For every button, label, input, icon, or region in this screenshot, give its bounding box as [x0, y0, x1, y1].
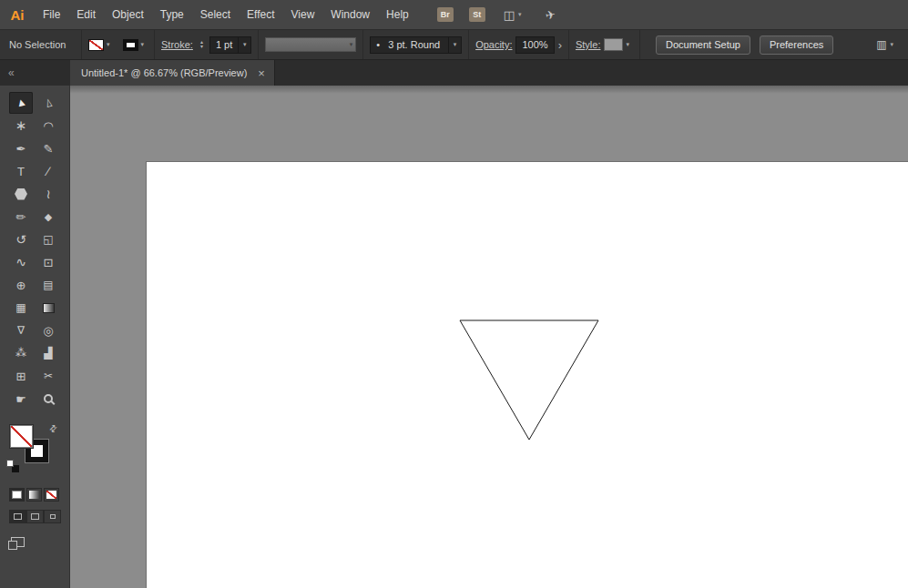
fill-swatch[interactable] [10, 425, 33, 448]
variable-width-profile-select[interactable]: ▾ [265, 37, 356, 52]
artwork-layer [147, 162, 908, 588]
app-logo: Ai [0, 0, 35, 30]
stroke-weight-stepper[interactable]: ▴ ▾ [197, 40, 207, 49]
triangle-shape[interactable] [460, 320, 598, 440]
bridge-badge-icon[interactable]: Br [437, 7, 454, 22]
chevron-down-icon: ▾ [448, 37, 461, 53]
line-segment-icon: ∕ [47, 164, 49, 178]
menu-window[interactable]: Window [322, 0, 378, 30]
shape-builder-icon: ⊕ [16, 279, 26, 292]
scale-tool[interactable]: ◱ [36, 228, 60, 250]
slice-tool[interactable]: ✂ [36, 365, 60, 387]
draw-behind-button[interactable] [26, 510, 44, 523]
menu-file[interactable]: File [35, 0, 68, 30]
magic-wand-icon: ∗ [15, 117, 27, 134]
menu-object[interactable]: Object [104, 0, 152, 30]
chevron-down-icon: ▾ [350, 41, 353, 48]
stroke-black-swatch-icon [123, 39, 138, 51]
polygon-icon [15, 188, 27, 200]
symbol-sprayer-tool[interactable]: ⁂ [9, 342, 33, 364]
magic-wand-tool[interactable]: ∗ [9, 115, 33, 137]
menu-type[interactable]: Type [152, 0, 192, 30]
slice-icon: ✂ [44, 370, 53, 382]
eyedropper-tool[interactable]: ∇ [9, 319, 33, 341]
free-transform-tool[interactable]: ⊡ [36, 251, 60, 273]
gradient-tool[interactable] [36, 297, 60, 319]
draw-behind-icon [31, 513, 39, 520]
graphic-style-select[interactable]: ▾ [604, 38, 633, 51]
opacity-flyout-icon[interactable]: › [558, 36, 562, 54]
selection-tool[interactable]: ► [9, 92, 33, 114]
polygon-tool[interactable] [9, 183, 33, 205]
lasso-tool[interactable]: ◠ [36, 115, 60, 137]
stroke-color-control[interactable]: ▾ [114, 39, 148, 51]
menu-edit[interactable]: Edit [68, 0, 104, 30]
menu-select[interactable]: Select [192, 0, 239, 30]
pen-icon: ✒ [16, 142, 26, 156]
blend-tool[interactable]: ◎ [36, 319, 60, 341]
curvature-tool[interactable]: ✎ [36, 137, 60, 159]
tools-panel: ►▻∗◠✒✎T∕≀✏◆↺◱∿⊡⊕▤▦∇◎⁂▟⊞✂☛ ⇄ [0, 86, 70, 588]
artboard-icon: ⊞ [16, 370, 26, 383]
arrange-documents-control[interactable]: ▥ ▾ [876, 38, 893, 51]
column-graph-tool[interactable]: ▟ [36, 342, 60, 364]
draw-normal-button[interactable] [9, 510, 26, 523]
default-fill-stroke-icon[interactable] [6, 460, 19, 472]
document-setup-button[interactable]: Document Setup [656, 35, 750, 55]
none-button[interactable] [44, 488, 59, 502]
free-transform-icon: ⊡ [44, 256, 54, 269]
pencil-tool[interactable]: ✏ [9, 206, 33, 228]
draw-inside-button[interactable] [44, 510, 61, 523]
direct-selection-tool[interactable]: ▻ [36, 92, 60, 114]
color-mode-buttons [9, 488, 69, 502]
brush-definition-select[interactable]: • 3 pt. Round ▾ [370, 36, 462, 54]
style-panel-link[interactable]: Style: [576, 39, 601, 50]
gradient-button[interactable] [26, 488, 42, 502]
artboard-tool[interactable]: ⊞ [9, 365, 33, 387]
canvas-pasteboard[interactable] [70, 86, 908, 588]
menu-help[interactable]: Help [378, 0, 417, 30]
shape-builder-tool[interactable]: ⊕ [9, 274, 33, 296]
stroke-weight-select[interactable]: 1 pt ▾ [209, 36, 251, 54]
lasso-icon: ◠ [43, 119, 53, 133]
opacity-input[interactable]: 100% [515, 36, 554, 54]
hand-tool[interactable]: ☛ [9, 388, 33, 410]
fill-color-control[interactable]: ▾ [88, 39, 114, 51]
color-button[interactable] [9, 488, 25, 502]
tools-grid: ►▻∗◠✒✎T∕≀✏◆↺◱∿⊡⊕▤▦∇◎⁂▟⊞✂☛ [0, 86, 69, 411]
default-fill-mini-icon [6, 460, 14, 467]
selection-status: No Selection [9, 39, 75, 50]
rotate-icon: ↺ [15, 232, 26, 247]
color-icon [12, 491, 22, 499]
brush-definition-value: 3 pt. Round [385, 37, 448, 53]
stock-badge-icon[interactable]: St [469, 7, 485, 22]
menu-view[interactable]: View [283, 0, 323, 30]
separator [154, 30, 155, 59]
toolbar-collapse-button[interactable]: « [0, 60, 70, 86]
rotate-tool[interactable]: ↺ [9, 228, 33, 250]
pen-tool[interactable]: ✒ [9, 137, 33, 159]
separator [81, 30, 82, 59]
perspective-grid-tool[interactable]: ▤ [36, 274, 60, 296]
eraser-tool[interactable]: ◆ [36, 206, 60, 228]
opacity-value: 100% [516, 37, 553, 53]
hand-icon: ☛ [15, 392, 26, 406]
document-tab[interactable]: Untitled-1* @ 66.67% (RGB/Preview) × [70, 60, 275, 86]
paintbrush-tool[interactable]: ≀ [36, 183, 60, 205]
workspace-switcher[interactable]: ◫ ▾ [504, 8, 522, 22]
opacity-panel-link[interactable]: Opacity: [475, 39, 512, 50]
stroke-panel-link[interactable]: Stroke: [161, 39, 193, 50]
mesh-tool[interactable]: ▦ [9, 297, 33, 319]
menu-effect[interactable]: Effect [239, 0, 282, 30]
swap-fill-stroke-icon[interactable]: ⇄ [46, 422, 59, 435]
zoom-tool[interactable] [36, 388, 60, 410]
artboard[interactable] [146, 161, 908, 588]
line-segment-tool[interactable]: ∕ [36, 160, 60, 182]
preferences-button[interactable]: Preferences [760, 35, 833, 55]
width-tool[interactable]: ∿ [9, 251, 33, 273]
tab-close-button[interactable]: × [258, 67, 265, 79]
gpu-performance-icon[interactable]: ✈ [544, 7, 556, 23]
type-tool[interactable]: T [9, 160, 33, 182]
none-icon [46, 491, 56, 499]
screen-mode-button[interactable] [11, 534, 31, 549]
